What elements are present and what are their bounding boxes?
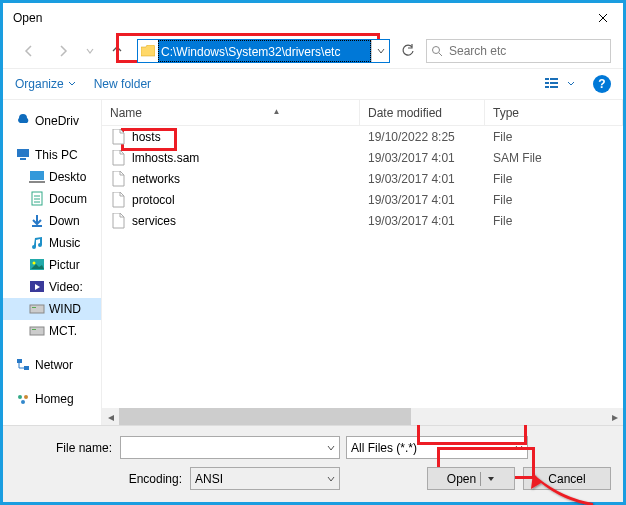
sidebar-item-desktop[interactable]: Deskto xyxy=(3,166,101,188)
file-icon xyxy=(110,213,126,229)
pictures-icon xyxy=(29,257,45,273)
disk-icon xyxy=(29,323,45,339)
svg-point-0 xyxy=(433,46,440,53)
svg-rect-17 xyxy=(32,307,36,308)
svg-rect-16 xyxy=(30,305,44,313)
nav-bar: C:\Windows\System32\drivers\etc xyxy=(3,33,623,68)
up-button[interactable] xyxy=(103,37,131,65)
file-rows: hosts19/10/2022 8:25Filelmhosts.sam19/03… xyxy=(102,126,623,425)
disk-icon xyxy=(29,301,45,317)
svg-rect-3 xyxy=(545,86,549,88)
encoding-select[interactable]: ANSI xyxy=(190,467,340,490)
chevron-down-icon[interactable] xyxy=(327,472,335,486)
close-button[interactable] xyxy=(583,3,623,33)
column-date[interactable]: Date modified xyxy=(360,100,485,125)
sidebar-item-music[interactable]: Music xyxy=(3,232,101,254)
column-type[interactable]: Type xyxy=(485,100,623,125)
nav-pane: OneDrivThis PCDesktoDocumDownMusicPictur… xyxy=(3,100,101,425)
svg-rect-20 xyxy=(17,359,22,363)
pc-icon xyxy=(15,147,31,163)
file-row[interactable]: networks19/03/2017 4:01File xyxy=(102,168,623,189)
sidebar-item-pc[interactable]: This PC xyxy=(3,144,101,166)
videos-icon xyxy=(29,279,45,295)
file-row[interactable]: services19/03/2017 4:01File xyxy=(102,210,623,231)
svg-point-23 xyxy=(24,395,28,399)
svg-rect-10 xyxy=(29,181,45,183)
search-icon xyxy=(431,45,443,57)
svg-rect-21 xyxy=(24,366,29,370)
open-split-dropdown[interactable] xyxy=(480,472,495,486)
downloads-icon xyxy=(29,213,45,229)
file-icon xyxy=(110,150,126,166)
column-name[interactable]: Name ▲ xyxy=(102,100,360,125)
svg-point-24 xyxy=(21,400,25,404)
svg-rect-1 xyxy=(545,78,549,80)
help-button[interactable]: ? xyxy=(593,75,611,93)
recent-locations-button[interactable] xyxy=(83,37,97,65)
filename-label: File name: xyxy=(15,441,120,455)
sidebar-item-docs[interactable]: Docum xyxy=(3,188,101,210)
sidebar-item-homegroup[interactable]: Homeg xyxy=(3,388,101,410)
file-icon xyxy=(110,129,126,145)
open-button[interactable]: Open xyxy=(427,467,515,490)
file-row[interactable]: hosts19/10/2022 8:25File xyxy=(102,126,623,147)
sidebar-item-videos[interactable]: Video: xyxy=(3,276,101,298)
title-bar: Open xyxy=(3,3,623,33)
chevron-down-icon[interactable] xyxy=(327,441,335,455)
toolbar: Organize New folder ? xyxy=(3,68,623,100)
file-type-filter[interactable]: All Files (*.*) xyxy=(346,436,528,459)
homegroup-icon xyxy=(15,391,31,407)
file-icon xyxy=(110,171,126,187)
chevron-down-icon xyxy=(68,80,76,88)
encoding-label: Encoding: xyxy=(15,472,190,486)
sidebar-item-pictures[interactable]: Pictur xyxy=(3,254,101,276)
view-button[interactable] xyxy=(545,77,575,91)
svg-rect-7 xyxy=(17,149,29,157)
network-icon xyxy=(15,357,31,373)
svg-point-14 xyxy=(33,262,36,265)
back-button[interactable] xyxy=(15,37,43,65)
svg-rect-18 xyxy=(30,327,44,335)
horizontal-scrollbar[interactable]: ◂▸ xyxy=(102,408,623,425)
svg-rect-19 xyxy=(32,329,36,330)
address-bar-text: C:\Windows\System32\drivers\etc xyxy=(158,40,371,62)
column-headers: Name ▲ Date modified Type xyxy=(102,100,623,126)
svg-rect-8 xyxy=(20,158,26,160)
view-icon xyxy=(545,77,563,91)
organize-button[interactable]: Organize xyxy=(15,77,76,91)
address-dropdown[interactable] xyxy=(371,40,389,62)
sidebar-item-network[interactable]: Networ xyxy=(3,354,101,376)
sort-caret-icon: ▲ xyxy=(273,100,281,125)
svg-rect-5 xyxy=(550,82,558,84)
chevron-down-icon xyxy=(567,80,575,88)
svg-rect-4 xyxy=(550,78,558,80)
music-icon xyxy=(29,235,45,251)
svg-rect-6 xyxy=(550,86,558,88)
refresh-button[interactable] xyxy=(396,39,420,63)
bottom-panel: File name: All Files (*.*) Encoding: ANS… xyxy=(3,425,623,502)
search-box[interactable] xyxy=(426,39,611,63)
cancel-button[interactable]: Cancel xyxy=(523,467,611,490)
file-icon xyxy=(110,192,126,208)
sidebar-item-disk[interactable]: MCT. xyxy=(3,320,101,342)
new-folder-button[interactable]: New folder xyxy=(94,77,151,91)
address-bar[interactable]: C:\Windows\System32\drivers\etc xyxy=(137,39,390,63)
svg-rect-2 xyxy=(545,82,549,84)
folder-icon xyxy=(138,45,158,57)
svg-rect-9 xyxy=(30,171,44,180)
file-list-pane: Name ▲ Date modified Type hosts19/10/202… xyxy=(101,100,623,425)
sidebar-item-cloud[interactable]: OneDriv xyxy=(3,110,101,132)
window-title: Open xyxy=(13,11,42,25)
docs-icon xyxy=(29,191,45,207)
svg-point-22 xyxy=(18,395,22,399)
sidebar-item-disk[interactable]: WIND xyxy=(3,298,101,320)
chevron-down-icon[interactable] xyxy=(515,441,523,455)
file-row[interactable]: protocol19/03/2017 4:01File xyxy=(102,189,623,210)
forward-button[interactable] xyxy=(49,37,77,65)
search-input[interactable] xyxy=(447,43,606,59)
file-row[interactable]: lmhosts.sam19/03/2017 4:01SAM File xyxy=(102,147,623,168)
filename-input[interactable] xyxy=(120,436,340,459)
desktop-icon xyxy=(29,169,45,185)
cloud-icon xyxy=(15,113,31,129)
sidebar-item-downloads[interactable]: Down xyxy=(3,210,101,232)
